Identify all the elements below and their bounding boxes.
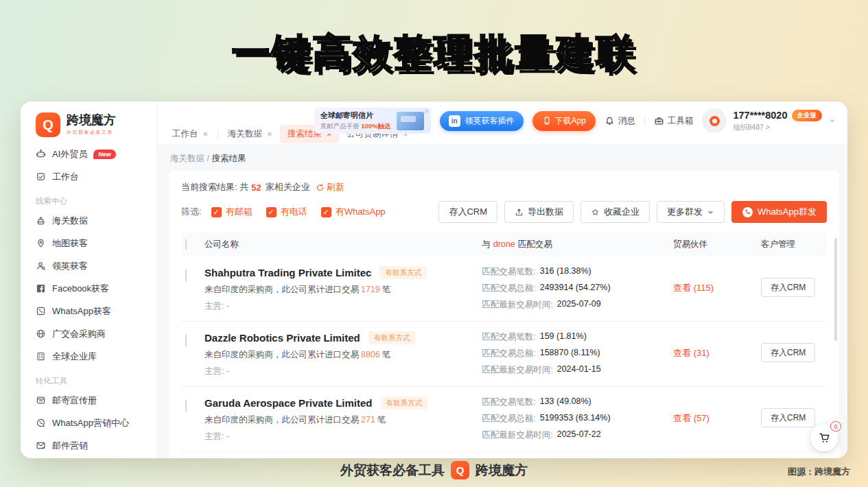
divider — [644, 116, 645, 126]
close-icon[interactable]: × — [425, 108, 429, 115]
breadcrumb-current: 搜索结果 — [211, 154, 246, 163]
sidebar-item-ai-trader[interactable]: AI外贸员 New — [21, 143, 157, 165]
cart-button[interactable]: 0 — [810, 424, 838, 451]
export-icon — [515, 208, 524, 217]
avatar — [702, 108, 727, 133]
account-menu[interactable]: 177****8020 企业版 组织8487 > — [702, 108, 836, 133]
breadcrumb: 海关数据 / 搜索结果 — [169, 150, 839, 171]
enterprise-badge: 企业版 — [792, 110, 823, 121]
export-data-button[interactable]: 导出数据 — [504, 201, 574, 223]
checkbox-checked-icon[interactable]: ✓ — [211, 207, 222, 217]
filter-has-email[interactable]: ✓ 有邮箱 — [211, 206, 253, 218]
row-checkbox[interactable] — [185, 399, 187, 412]
sidebar-item-linkedin-leads[interactable]: 领英获客 — [21, 254, 157, 277]
cart-badge: 0 — [830, 421, 841, 431]
whatsapp-broadcast-button[interactable]: WhatsApp群发 — [731, 201, 827, 223]
brand-slogan: 外贸获客必备工具 — [67, 129, 116, 136]
download-app-button[interactable]: 下载App — [532, 111, 596, 131]
row-checkbox[interactable] — [185, 269, 187, 282]
scrollbar[interactable] — [834, 238, 837, 341]
toolbox-button[interactable]: 工具箱 — [654, 115, 694, 127]
column-partners: 贸易伙伴 — [673, 239, 761, 250]
tab-workbench[interactable]: 工作台 × — [165, 125, 215, 143]
sidebar-item-mail-brochure[interactable]: 邮寄宣传册 — [21, 389, 157, 412]
page-background: 一键高效整理批量建联 Q 跨境魔方 外贸获客必备工具 AI外贸员 New 工作台… — [0, 0, 868, 487]
sidebar-item-map-leads[interactable]: 地图获客 — [21, 232, 157, 254]
refresh-icon — [316, 183, 325, 192]
view-partners-link[interactable]: 查看 (57) — [673, 396, 709, 425]
sidebar: Q 跨境魔方 外贸获客必备工具 AI外贸员 New 工作台 线索中心 海关数据 — [21, 102, 158, 458]
sidebar-item-customs-data[interactable]: 海关数据 — [21, 209, 157, 232]
sidebar-item-global-companies[interactable]: 全球企业库 — [21, 345, 157, 368]
row-checkbox[interactable] — [185, 334, 187, 347]
favorite-company-button[interactable]: 收藏企业 — [580, 201, 650, 223]
match-latest: 匹配最新交易时间:2024-01-15 — [482, 364, 673, 376]
chevron-down-icon[interactable] — [828, 117, 836, 125]
sidebar-item-label: Facebook获客 — [52, 283, 109, 295]
sidebar-item-canton-fair[interactable]: 广交会采购商 — [21, 322, 157, 345]
brand-logo-icon: Q — [36, 112, 60, 137]
sidebar-item-facebook-leads[interactable]: Facebook获客 — [21, 277, 157, 300]
save-crm-row-button[interactable]: 存入CRM — [761, 408, 815, 427]
breadcrumb-parent[interactable]: 海关数据 — [170, 154, 204, 163]
toolbox-icon — [654, 116, 664, 126]
close-icon[interactable]: × — [203, 130, 209, 139]
star-icon — [591, 208, 600, 217]
postcard-banner[interactable]: 全球邮寄明信片 直邮产品手册 100%触达 × — [314, 108, 431, 134]
ship-icon — [36, 215, 46, 226]
linkedin-plugin-label: 领英获客插件 — [465, 115, 515, 127]
tab-label: 海关数据 — [228, 128, 262, 140]
messages-button[interactable]: 消息 — [605, 115, 635, 127]
mail-send-icon — [36, 440, 46, 451]
postcard-thumbnail — [397, 112, 424, 130]
match-count: 匹配交易笔数:159 (1.81%) — [482, 331, 673, 343]
new-badge: New — [93, 150, 116, 159]
company-name[interactable]: Dazzle Robotics Private Limited — [204, 332, 360, 344]
facebook-icon — [36, 283, 46, 294]
more-broadcast-button[interactable]: 更多群发 — [657, 201, 725, 223]
table-header: 公司名称 与drone匹配交易 贸易伙伴 客户管理 — [181, 232, 827, 257]
table-row: Shahputra Trading Private Limitec有联系方式 来… — [181, 257, 827, 322]
view-partners-link[interactable]: 查看 (31) — [673, 331, 709, 359]
sidebar-item-workbench[interactable]: 工作台 — [21, 165, 157, 188]
cart-icon — [818, 431, 831, 444]
filter-has-whatsapp[interactable]: ✓ 有WhatsApp — [321, 206, 386, 218]
filter-row: 筛选: ✓ 有邮箱 ✓ 有电话 ✓ 有WhatsApp — [181, 201, 827, 223]
main-area: 工作台 × 海关数据 × 搜索结果 × 公司贸易详情 × — [158, 102, 847, 458]
chevron-down-icon — [707, 209, 714, 216]
company-name[interactable]: Shahputra Trading Private Limitec — [204, 267, 371, 278]
sidebar-item-label: WhatsApp营销中心 — [52, 417, 129, 429]
sidebar-item-email-marketing[interactable]: 邮件营销 — [21, 434, 157, 457]
save-crm-button[interactable]: 存入CRM — [438, 201, 497, 223]
brand-logo-block[interactable]: Q 跨境魔方 外贸获客必备工具 — [21, 111, 157, 143]
sidebar-item-label: 工作台 — [52, 171, 79, 183]
select-all-checkbox[interactable] — [185, 239, 187, 250]
filter-has-phone[interactable]: ✓ 有电话 — [266, 206, 307, 218]
checkbox-checked-icon[interactable]: ✓ — [321, 207, 331, 217]
sidebar-section-tools: 转化工具 — [21, 368, 157, 389]
sidebar-item-personal-mailbox[interactable]: 个人邮箱 — [21, 457, 157, 458]
topbar-utils: 全球邮寄明信片 直邮产品手册 100%触达 × in 领英获客插件 下载App — [314, 108, 836, 134]
filter-option-label: 有电话 — [281, 206, 307, 218]
account-org[interactable]: 组织8487 > — [733, 123, 822, 132]
brand-logo-icon: Q — [451, 461, 469, 479]
column-match: 与drone匹配交易 — [482, 239, 673, 250]
linkedin-plugin-button[interactable]: in 领英获客插件 — [440, 111, 524, 131]
company-name[interactable]: Garuda Aerospace Private Limited — [204, 397, 373, 409]
close-icon[interactable]: × — [267, 130, 272, 139]
refresh-button[interactable]: 刷新 — [316, 181, 344, 193]
sidebar-item-whatsapp-marketing[interactable]: WhatsApp营销中心 — [21, 412, 157, 434]
save-crm-row-button[interactable]: 存入CRM — [761, 278, 815, 297]
match-amount: 匹配交易总额:2493914 (54.27%) — [482, 283, 673, 294]
messages-label: 消息 — [618, 115, 635, 127]
save-crm-row-button[interactable]: 存入CRM — [761, 343, 815, 362]
sidebar-item-label: 领英获客 — [52, 260, 88, 272]
banner-title: 全球邮寄明信片 — [320, 110, 391, 121]
app-window: Q 跨境魔方 外贸获客必备工具 AI外贸员 New 工作台 线索中心 海关数据 — [21, 102, 847, 458]
company-name-row: Garuda Aerospace Private Limited有联系方式 — [204, 396, 482, 409]
sidebar-item-whatsapp-leads[interactable]: WhatsApp获客 — [21, 300, 157, 322]
checkbox-checked-icon[interactable]: ✓ — [266, 207, 277, 217]
view-partners-link[interactable]: 查看 (115) — [673, 266, 714, 294]
tab-customs-data[interactable]: 海关数据 × — [220, 125, 280, 143]
company-main-business: 主营: - — [204, 366, 482, 377]
